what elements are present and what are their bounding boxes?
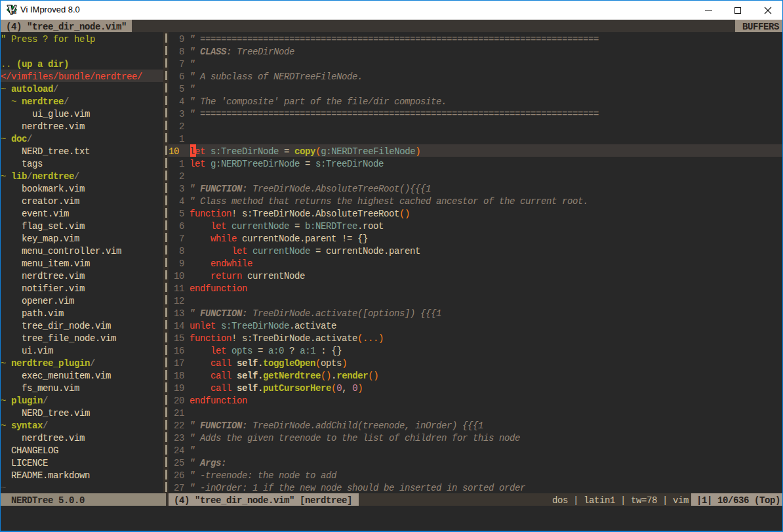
svg-text:im: im — [11, 9, 17, 15]
